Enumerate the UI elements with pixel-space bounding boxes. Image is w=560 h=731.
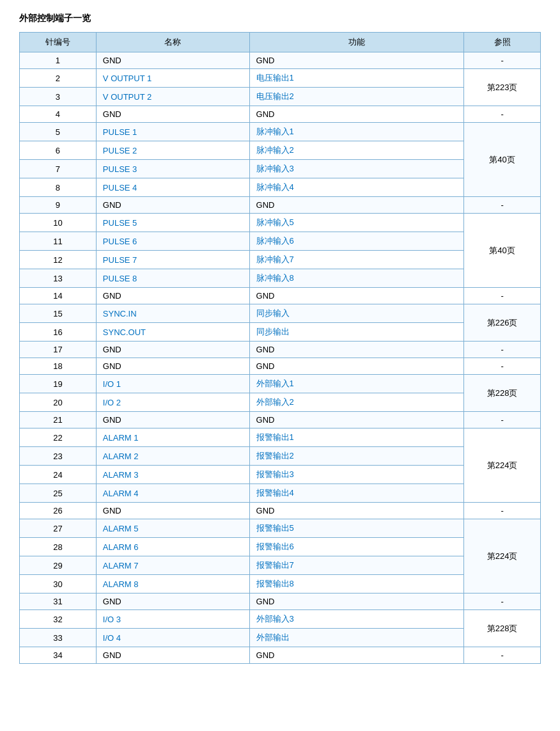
- reference: 第40页: [464, 123, 541, 197]
- reference: -: [464, 647, 541, 664]
- terminal-func: 脉冲输入2: [249, 141, 464, 160]
- terminal-func: 报警输出8: [249, 575, 464, 593]
- reference: -: [464, 288, 541, 304]
- pin-number: 17: [20, 342, 97, 358]
- pin-number: 13: [20, 269, 97, 288]
- table-row: 7PULSE 3脉冲输入3: [20, 160, 541, 178]
- pin-number: 24: [20, 466, 97, 484]
- table-row: 27ALARM 5报警输出5第224页: [20, 519, 541, 538]
- terminal-name: PULSE 8: [96, 269, 249, 288]
- pin-number: 31: [20, 593, 97, 610]
- pin-number: 14: [20, 288, 97, 304]
- table-row: 32I/O 3外部输入3第228页: [20, 610, 541, 629]
- table-row: 24ALARM 3报警输出3: [20, 466, 541, 484]
- pin-number: 9: [20, 197, 97, 214]
- pin-number: 2: [20, 69, 97, 88]
- table-row: 28ALARM 6报警输出6: [20, 538, 541, 556]
- terminal-name: GND: [96, 593, 249, 610]
- terminal-name: GND: [96, 197, 249, 214]
- terminal-name: ALARM 8: [96, 575, 249, 593]
- terminal-func: GND: [249, 412, 464, 428]
- terminal-name: V OUTPUT 1: [96, 69, 249, 88]
- table-row: 12PULSE 7脉冲输入7: [20, 251, 541, 269]
- pin-number: 8: [20, 178, 97, 197]
- pin-number: 11: [20, 232, 97, 251]
- reference: -: [464, 593, 541, 610]
- table-row: 4GNDGND-: [20, 106, 541, 123]
- table-row: 22ALARM 1报警输出1第224页: [20, 428, 541, 447]
- terminal-name: GND: [96, 503, 249, 519]
- reference: 第228页: [464, 610, 541, 647]
- pin-number: 34: [20, 647, 97, 664]
- terminal-func: 报警输出5: [249, 519, 464, 538]
- table-row: 11PULSE 6脉冲输入6: [20, 232, 541, 251]
- pin-number: 10: [20, 214, 97, 232]
- terminal-name: ALARM 1: [96, 428, 249, 447]
- terminal-func: 同步输出: [249, 323, 464, 342]
- terminal-name: PULSE 1: [96, 123, 249, 141]
- terminal-name: ALARM 7: [96, 556, 249, 575]
- pin-number: 30: [20, 575, 97, 593]
- table-row: 15SYNC.IN同步输入第226页: [20, 304, 541, 323]
- pin-number: 28: [20, 538, 97, 556]
- terminal-func: GND: [249, 288, 464, 304]
- pin-number: 18: [20, 358, 97, 375]
- table-row: 17GNDGND-: [20, 342, 541, 358]
- table-row: 21GNDGND-: [20, 412, 541, 428]
- table-row: 16SYNC.OUT同步输出: [20, 323, 541, 342]
- terminal-name: GND: [96, 52, 249, 69]
- terminal-func: 同步输入: [249, 304, 464, 323]
- pin-number: 7: [20, 160, 97, 178]
- pin-number: 20: [20, 393, 97, 412]
- table-row: 19I/O 1外部输入1第228页: [20, 375, 541, 393]
- col-header-pin: 针编号: [20, 33, 97, 52]
- terminal-name: GND: [96, 288, 249, 304]
- reference: 第228页: [464, 375, 541, 412]
- table-row: 31GNDGND-: [20, 593, 541, 610]
- table-row: 20I/O 2外部输入2: [20, 393, 541, 412]
- terminal-func: 脉冲输入8: [249, 269, 464, 288]
- pin-number: 3: [20, 88, 97, 106]
- table-row: 2V OUTPUT 1电压输出1第223页: [20, 69, 541, 88]
- terminal-func: 报警输出3: [249, 466, 464, 484]
- table-row: 29ALARM 7报警输出7: [20, 556, 541, 575]
- reference: 第224页: [464, 428, 541, 503]
- pin-number: 4: [20, 106, 97, 123]
- terminal-func: GND: [249, 342, 464, 358]
- terminal-func: 外部输入3: [249, 610, 464, 629]
- col-header-ref: 参照: [464, 33, 541, 52]
- terminal-name: I/O 2: [96, 393, 249, 412]
- pin-number: 6: [20, 141, 97, 160]
- table-row: 25ALARM 4报警输出4: [20, 484, 541, 503]
- reference: 第224页: [464, 519, 541, 593]
- pin-number: 33: [20, 629, 97, 647]
- table-row: 1GNDGND-: [20, 52, 541, 69]
- terminal-func: 报警输出4: [249, 484, 464, 503]
- col-header-func: 功能: [249, 33, 464, 52]
- terminal-func: 外部输入2: [249, 393, 464, 412]
- terminal-func: 外部输入1: [249, 375, 464, 393]
- terminal-name: PULSE 7: [96, 251, 249, 269]
- terminal-func: GND: [249, 106, 464, 123]
- table-row: 3V OUTPUT 2电压输出2: [20, 88, 541, 106]
- terminal-func: 脉冲输入1: [249, 123, 464, 141]
- terminal-table: 针编号 名称 功能 参照 1GNDGND-2V OUTPUT 1电压输出1第22…: [19, 32, 541, 664]
- terminal-func: 报警输出1: [249, 428, 464, 447]
- pin-number: 15: [20, 304, 97, 323]
- pin-number: 25: [20, 484, 97, 503]
- terminal-name: V OUTPUT 2: [96, 88, 249, 106]
- pin-number: 29: [20, 556, 97, 575]
- table-row: 9GNDGND-: [20, 197, 541, 214]
- terminal-func: 报警输出2: [249, 447, 464, 466]
- terminal-name: GND: [96, 647, 249, 664]
- terminal-func: 脉冲输入5: [249, 214, 464, 232]
- reference: -: [464, 197, 541, 214]
- terminal-func: GND: [249, 358, 464, 375]
- pin-number: 22: [20, 428, 97, 447]
- terminal-name: I/O 1: [96, 375, 249, 393]
- reference: 第223页: [464, 69, 541, 106]
- terminal-func: GND: [249, 647, 464, 664]
- terminal-func: 脉冲输入3: [249, 160, 464, 178]
- terminal-func: 报警输出7: [249, 556, 464, 575]
- pin-number: 19: [20, 375, 97, 393]
